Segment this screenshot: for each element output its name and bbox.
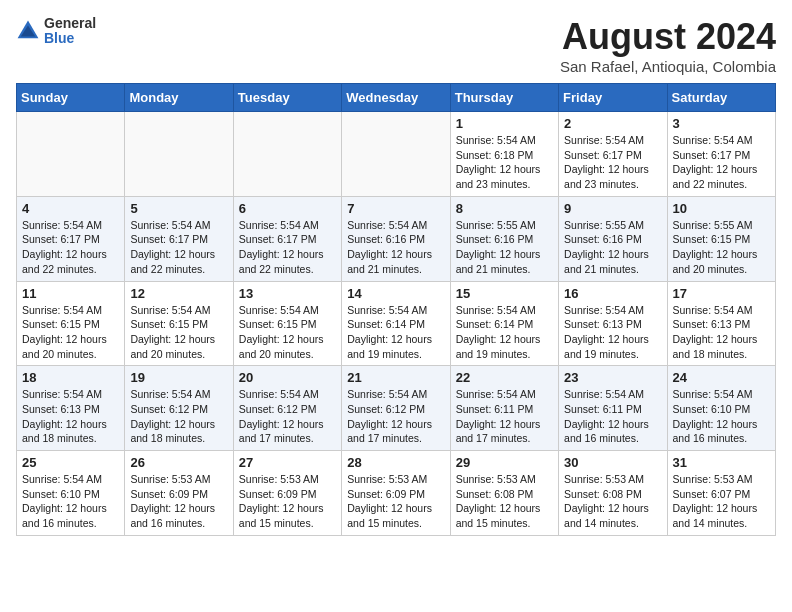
- day-info: Sunrise: 5:53 AM Sunset: 6:09 PM Dayligh…: [130, 472, 227, 531]
- day-info: Sunrise: 5:54 AM Sunset: 6:13 PM Dayligh…: [564, 303, 661, 362]
- weekday-header-monday: Monday: [125, 84, 233, 112]
- day-number: 1: [456, 116, 553, 131]
- day-number: 28: [347, 455, 444, 470]
- day-info: Sunrise: 5:54 AM Sunset: 6:15 PM Dayligh…: [130, 303, 227, 362]
- weekday-header-tuesday: Tuesday: [233, 84, 341, 112]
- calendar-cell: 26Sunrise: 5:53 AM Sunset: 6:09 PM Dayli…: [125, 451, 233, 536]
- calendar-cell: [17, 112, 125, 197]
- day-info: Sunrise: 5:55 AM Sunset: 6:16 PM Dayligh…: [564, 218, 661, 277]
- week-row-1: 1Sunrise: 5:54 AM Sunset: 6:18 PM Daylig…: [17, 112, 776, 197]
- day-number: 25: [22, 455, 119, 470]
- day-number: 17: [673, 286, 770, 301]
- weekday-header-friday: Friday: [559, 84, 667, 112]
- day-number: 9: [564, 201, 661, 216]
- day-info: Sunrise: 5:54 AM Sunset: 6:12 PM Dayligh…: [239, 387, 336, 446]
- day-number: 30: [564, 455, 661, 470]
- day-number: 13: [239, 286, 336, 301]
- day-info: Sunrise: 5:53 AM Sunset: 6:09 PM Dayligh…: [347, 472, 444, 531]
- day-info: Sunrise: 5:54 AM Sunset: 6:13 PM Dayligh…: [22, 387, 119, 446]
- calendar-cell: 23Sunrise: 5:54 AM Sunset: 6:11 PM Dayli…: [559, 366, 667, 451]
- calendar-cell: [125, 112, 233, 197]
- week-row-3: 11Sunrise: 5:54 AM Sunset: 6:15 PM Dayli…: [17, 281, 776, 366]
- day-number: 22: [456, 370, 553, 385]
- day-info: Sunrise: 5:53 AM Sunset: 6:08 PM Dayligh…: [456, 472, 553, 531]
- calendar-cell: 21Sunrise: 5:54 AM Sunset: 6:12 PM Dayli…: [342, 366, 450, 451]
- day-info: Sunrise: 5:54 AM Sunset: 6:17 PM Dayligh…: [239, 218, 336, 277]
- day-number: 23: [564, 370, 661, 385]
- day-info: Sunrise: 5:54 AM Sunset: 6:10 PM Dayligh…: [673, 387, 770, 446]
- calendar-cell: 8Sunrise: 5:55 AM Sunset: 6:16 PM Daylig…: [450, 196, 558, 281]
- calendar-cell: 20Sunrise: 5:54 AM Sunset: 6:12 PM Dayli…: [233, 366, 341, 451]
- day-info: Sunrise: 5:54 AM Sunset: 6:12 PM Dayligh…: [130, 387, 227, 446]
- week-row-2: 4Sunrise: 5:54 AM Sunset: 6:17 PM Daylig…: [17, 196, 776, 281]
- calendar-cell: 4Sunrise: 5:54 AM Sunset: 6:17 PM Daylig…: [17, 196, 125, 281]
- day-number: 2: [564, 116, 661, 131]
- logo: General Blue: [16, 16, 96, 47]
- day-number: 5: [130, 201, 227, 216]
- calendar-cell: 30Sunrise: 5:53 AM Sunset: 6:08 PM Dayli…: [559, 451, 667, 536]
- day-number: 15: [456, 286, 553, 301]
- day-info: Sunrise: 5:55 AM Sunset: 6:15 PM Dayligh…: [673, 218, 770, 277]
- day-info: Sunrise: 5:54 AM Sunset: 6:17 PM Dayligh…: [673, 133, 770, 192]
- weekday-header-sunday: Sunday: [17, 84, 125, 112]
- calendar-table: SundayMondayTuesdayWednesdayThursdayFrid…: [16, 83, 776, 536]
- calendar-cell: 13Sunrise: 5:54 AM Sunset: 6:15 PM Dayli…: [233, 281, 341, 366]
- calendar-cell: 3Sunrise: 5:54 AM Sunset: 6:17 PM Daylig…: [667, 112, 775, 197]
- calendar-cell: 28Sunrise: 5:53 AM Sunset: 6:09 PM Dayli…: [342, 451, 450, 536]
- calendar-cell: 25Sunrise: 5:54 AM Sunset: 6:10 PM Dayli…: [17, 451, 125, 536]
- day-info: Sunrise: 5:53 AM Sunset: 6:09 PM Dayligh…: [239, 472, 336, 531]
- calendar-cell: 22Sunrise: 5:54 AM Sunset: 6:11 PM Dayli…: [450, 366, 558, 451]
- calendar-cell: 10Sunrise: 5:55 AM Sunset: 6:15 PM Dayli…: [667, 196, 775, 281]
- calendar-cell: 12Sunrise: 5:54 AM Sunset: 6:15 PM Dayli…: [125, 281, 233, 366]
- calendar-cell: 19Sunrise: 5:54 AM Sunset: 6:12 PM Dayli…: [125, 366, 233, 451]
- calendar-cell: 9Sunrise: 5:55 AM Sunset: 6:16 PM Daylig…: [559, 196, 667, 281]
- calendar-cell: 18Sunrise: 5:54 AM Sunset: 6:13 PM Dayli…: [17, 366, 125, 451]
- day-info: Sunrise: 5:54 AM Sunset: 6:14 PM Dayligh…: [456, 303, 553, 362]
- calendar-cell: 6Sunrise: 5:54 AM Sunset: 6:17 PM Daylig…: [233, 196, 341, 281]
- day-number: 24: [673, 370, 770, 385]
- logo-blue-text: Blue: [44, 31, 96, 46]
- day-info: Sunrise: 5:54 AM Sunset: 6:17 PM Dayligh…: [130, 218, 227, 277]
- week-row-5: 25Sunrise: 5:54 AM Sunset: 6:10 PM Dayli…: [17, 451, 776, 536]
- day-number: 6: [239, 201, 336, 216]
- calendar-cell: 27Sunrise: 5:53 AM Sunset: 6:09 PM Dayli…: [233, 451, 341, 536]
- day-info: Sunrise: 5:54 AM Sunset: 6:17 PM Dayligh…: [564, 133, 661, 192]
- day-info: Sunrise: 5:54 AM Sunset: 6:11 PM Dayligh…: [564, 387, 661, 446]
- calendar-cell: 17Sunrise: 5:54 AM Sunset: 6:13 PM Dayli…: [667, 281, 775, 366]
- day-number: 10: [673, 201, 770, 216]
- day-number: 27: [239, 455, 336, 470]
- day-info: Sunrise: 5:54 AM Sunset: 6:15 PM Dayligh…: [239, 303, 336, 362]
- day-info: Sunrise: 5:54 AM Sunset: 6:12 PM Dayligh…: [347, 387, 444, 446]
- day-number: 21: [347, 370, 444, 385]
- calendar-cell: 24Sunrise: 5:54 AM Sunset: 6:10 PM Dayli…: [667, 366, 775, 451]
- logo-icon: [16, 19, 40, 43]
- calendar-cell: [233, 112, 341, 197]
- day-info: Sunrise: 5:54 AM Sunset: 6:13 PM Dayligh…: [673, 303, 770, 362]
- weekday-header-thursday: Thursday: [450, 84, 558, 112]
- calendar-cell: 31Sunrise: 5:53 AM Sunset: 6:07 PM Dayli…: [667, 451, 775, 536]
- day-info: Sunrise: 5:54 AM Sunset: 6:18 PM Dayligh…: [456, 133, 553, 192]
- day-number: 4: [22, 201, 119, 216]
- calendar-cell: 16Sunrise: 5:54 AM Sunset: 6:13 PM Dayli…: [559, 281, 667, 366]
- day-info: Sunrise: 5:54 AM Sunset: 6:14 PM Dayligh…: [347, 303, 444, 362]
- calendar-cell: [342, 112, 450, 197]
- day-number: 16: [564, 286, 661, 301]
- day-info: Sunrise: 5:54 AM Sunset: 6:15 PM Dayligh…: [22, 303, 119, 362]
- day-number: 12: [130, 286, 227, 301]
- week-row-4: 18Sunrise: 5:54 AM Sunset: 6:13 PM Dayli…: [17, 366, 776, 451]
- location-title: San Rafael, Antioquia, Colombia: [560, 58, 776, 75]
- day-info: Sunrise: 5:55 AM Sunset: 6:16 PM Dayligh…: [456, 218, 553, 277]
- calendar-cell: 2Sunrise: 5:54 AM Sunset: 6:17 PM Daylig…: [559, 112, 667, 197]
- day-number: 29: [456, 455, 553, 470]
- calendar-cell: 7Sunrise: 5:54 AM Sunset: 6:16 PM Daylig…: [342, 196, 450, 281]
- day-number: 26: [130, 455, 227, 470]
- day-info: Sunrise: 5:54 AM Sunset: 6:17 PM Dayligh…: [22, 218, 119, 277]
- calendar-cell: 11Sunrise: 5:54 AM Sunset: 6:15 PM Dayli…: [17, 281, 125, 366]
- title-section: August 2024 San Rafael, Antioquia, Colom…: [560, 16, 776, 75]
- day-number: 8: [456, 201, 553, 216]
- day-number: 20: [239, 370, 336, 385]
- day-number: 31: [673, 455, 770, 470]
- day-info: Sunrise: 5:53 AM Sunset: 6:07 PM Dayligh…: [673, 472, 770, 531]
- day-info: Sunrise: 5:53 AM Sunset: 6:08 PM Dayligh…: [564, 472, 661, 531]
- day-info: Sunrise: 5:54 AM Sunset: 6:11 PM Dayligh…: [456, 387, 553, 446]
